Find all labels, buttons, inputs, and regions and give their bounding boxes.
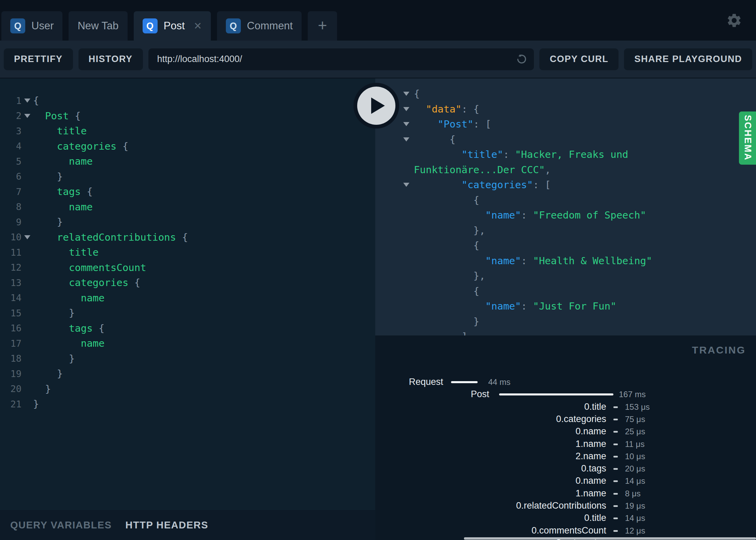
reload-schema-icon[interactable] (515, 53, 528, 65)
response-line: "name": "Freedom of Speech" (375, 208, 756, 223)
copy-curl-button[interactable]: COPY CURL (539, 48, 619, 70)
tracing-tick (613, 456, 618, 457)
tracing-row-label: 1.name (375, 487, 606, 499)
line-number: 9 (0, 217, 21, 227)
code-text: } (33, 351, 75, 366)
editor-line: 15 } (0, 305, 375, 321)
response-line: { (375, 132, 756, 147)
editor-line: 4 categories { (0, 139, 375, 154)
response-line: "title": "Hacker, Freaks und (375, 147, 756, 162)
response-line: "categories": [ (375, 177, 756, 193)
tracing-tick (613, 444, 618, 445)
code-text: { (414, 193, 479, 208)
tracing-row-value: 12 μs (625, 524, 645, 537)
execute-query-button[interactable] (353, 83, 399, 129)
code-text: "name": "Just For Fun" (414, 299, 616, 314)
editor-line: 10 relatedContributions { (0, 230, 375, 245)
code-text: title (33, 123, 87, 139)
code-text: } (33, 214, 63, 230)
fold-arrow-icon[interactable] (24, 235, 30, 239)
fold-arrow-icon[interactable] (403, 92, 409, 96)
line-number: 7 (0, 186, 21, 197)
editor-line: 13 categories { (0, 275, 375, 290)
tracing-row-label: 1.name (375, 438, 606, 450)
tracing-row: 1.name8 μs (375, 487, 756, 499)
response-line: "Post": [ (375, 117, 756, 132)
fold-gutter (21, 235, 33, 239)
line-number: 12 (0, 262, 21, 273)
tab-user[interactable]: Q User (1, 11, 62, 41)
fold-arrow-icon[interactable] (24, 99, 30, 103)
schema-tab-label: SCHEMA (742, 115, 753, 161)
response-line: { (375, 238, 756, 253)
code-text: "categories": [ (414, 177, 551, 193)
editor-line: 14 name (0, 290, 375, 306)
code-text: categories { (33, 275, 140, 290)
fold-arrow-icon[interactable] (403, 122, 409, 126)
share-playground-button[interactable]: SHARE PLAYGROUND (624, 48, 752, 70)
history-button[interactable]: HISTORY (78, 48, 143, 70)
tab-bar: Q User New Tab Q Post ✕ Q Comment + (0, 0, 756, 41)
http-headers-tab[interactable]: HTTP HEADERS (126, 520, 208, 531)
tracing-row-value: 14 μs (625, 512, 645, 524)
code-text: "name": "Freedom of Speech" (414, 208, 646, 223)
tracing-duration-bar (499, 393, 613, 395)
code-text: name (33, 199, 93, 215)
code-text: commentsCount (33, 260, 146, 275)
tracing-row: Request44 ms (375, 376, 756, 388)
fold-gutter (375, 137, 414, 141)
query-variables-tab[interactable]: QUERY VARIABLES (10, 520, 112, 531)
tracing-row: 0.name14 μs (375, 475, 756, 487)
editor-line: 5 name (0, 154, 375, 169)
tracing-title: TRACING (692, 344, 746, 356)
tab-new-tab[interactable]: New Tab (69, 11, 127, 41)
fold-arrow-icon[interactable] (403, 107, 409, 111)
line-number: 11 (0, 247, 21, 258)
line-number: 8 (0, 201, 21, 212)
fold-gutter (21, 99, 33, 103)
tracing-row: 0.commentsCount12 μs (375, 524, 756, 537)
tracing-tick (613, 505, 618, 507)
tracing-row-label: Request (375, 376, 443, 388)
tracing-tick (613, 406, 618, 408)
line-number: 16 (0, 323, 21, 333)
code-text: } (33, 305, 75, 321)
endpoint-url-input[interactable]: http://localhost:4000/ (148, 48, 534, 70)
line-number: 6 (0, 171, 21, 182)
main-area: 1{2 Post {3 title4 categories {5 name6 }… (0, 78, 756, 540)
settings-gear-icon[interactable] (726, 12, 742, 29)
tab-comment[interactable]: Q Comment (217, 11, 302, 41)
tab-post[interactable]: Q Post ✕ (134, 11, 211, 41)
schema-tab[interactable]: SCHEMA (739, 111, 756, 165)
response-line: ] (375, 329, 756, 335)
result-pane: { "data": { "Post": [ { "title": "Hacker… (375, 78, 756, 540)
query-badge-icon: Q (226, 18, 241, 33)
close-icon[interactable]: ✕ (194, 21, 202, 31)
fold-arrow-icon[interactable] (24, 114, 30, 118)
tracing-row-label: 2.name (375, 450, 606, 462)
line-number: 4 (0, 141, 21, 151)
tab-label: Post (164, 20, 185, 32)
fold-arrow-icon[interactable] (403, 137, 409, 141)
code-text: } (33, 169, 63, 184)
tracing-row-label: 0.name (375, 475, 606, 487)
query-editor[interactable]: 1{2 Post {3 title4 categories {5 name6 }… (0, 78, 375, 510)
response-line: "name": "Just For Fun" (375, 299, 756, 314)
response-line: Funktionäre...Der CCC", (375, 162, 756, 178)
fold-arrow-icon[interactable] (403, 183, 409, 187)
code-text: Post { (33, 108, 81, 124)
code-text: { (414, 238, 479, 253)
tracing-tick (613, 419, 618, 420)
prettify-button[interactable]: PRETTIFY (4, 48, 73, 70)
code-text: "title": "Hacker, Freaks und (414, 147, 628, 162)
tracing-row-value: 11 μs (625, 438, 644, 450)
line-number: 15 (0, 308, 21, 318)
code-text: name (33, 154, 93, 169)
tracing-tick (613, 480, 618, 482)
tracing-row-value: 20 μs (625, 462, 645, 475)
add-tab-button[interactable]: + (308, 11, 337, 41)
editor-line: 8 name (0, 199, 375, 215)
code-text: name (33, 336, 105, 351)
play-icon (371, 97, 385, 114)
code-text: "data": { (414, 102, 479, 117)
